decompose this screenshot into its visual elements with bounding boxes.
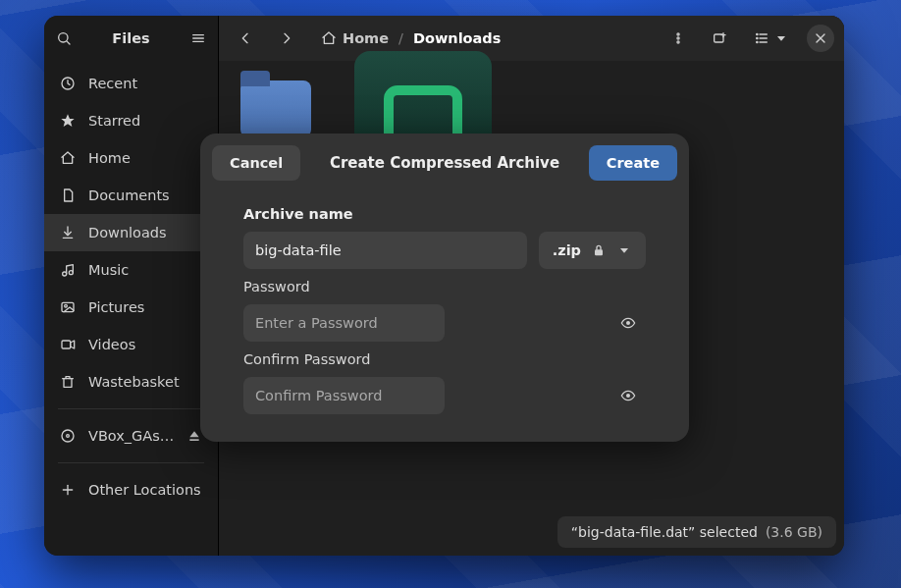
- password-label: Password: [243, 279, 646, 294]
- svg-point-21: [677, 37, 679, 39]
- picture-icon: [60, 299, 76, 315]
- svg-rect-35: [595, 249, 603, 255]
- svg-marker-32: [777, 36, 785, 41]
- breadcrumb-label: Home: [343, 30, 389, 46]
- close-icon: [813, 30, 828, 46]
- chevron-left-icon: [238, 30, 253, 46]
- search-icon[interactable]: [56, 30, 72, 46]
- svg-point-30: [757, 37, 758, 38]
- create-archive-dialog: Cancel Create Compressed Archive Create …: [200, 134, 689, 442]
- chevron-right-icon: [279, 30, 294, 46]
- sidebar-item-label: Videos: [88, 337, 135, 352]
- sidebar-item-trash[interactable]: Wastebasket: [44, 363, 218, 401]
- svg-point-22: [677, 41, 679, 43]
- cancel-button[interactable]: Cancel: [212, 145, 300, 181]
- svg-marker-36: [620, 248, 628, 253]
- kebab-icon: [670, 30, 686, 46]
- confirm-password-input[interactable]: [243, 377, 445, 414]
- music-icon: [60, 262, 76, 278]
- plus-icon: [60, 482, 76, 498]
- sidebar-divider: [58, 462, 204, 463]
- sidebar-item-label: Downloads: [88, 225, 167, 241]
- archive-name-label: Archive name: [243, 206, 646, 222]
- sidebar-item-label: Wastebasket: [88, 374, 180, 390]
- star-icon: [60, 113, 76, 129]
- archive-name-input[interactable]: [243, 232, 527, 269]
- breadcrumb-current[interactable]: Downloads: [413, 30, 501, 46]
- dialog-body: Archive name .zip Password Confirm Passw…: [200, 194, 689, 442]
- breadcrumb[interactable]: Home / Downloads: [311, 22, 654, 55]
- view-options-button[interactable]: [744, 22, 799, 55]
- home-icon: [321, 30, 337, 46]
- svg-rect-12: [62, 341, 71, 348]
- eye-icon[interactable]: [620, 315, 636, 331]
- new-tab-button[interactable]: [703, 22, 736, 55]
- dialog-title: Create Compressed Archive: [300, 154, 589, 172]
- sidebar-item-videos[interactable]: Videos: [44, 326, 218, 363]
- svg-point-0: [59, 33, 68, 42]
- breadcrumb-label: Downloads: [413, 30, 501, 46]
- trash-icon: [60, 374, 76, 390]
- sidebar: Files Recent Starred Home Documents: [44, 16, 219, 556]
- back-button[interactable]: [229, 22, 262, 55]
- chevron-down-icon: [616, 242, 632, 258]
- extension-value: .zip: [553, 242, 581, 258]
- download-icon: [60, 225, 76, 241]
- sidebar-item-music[interactable]: Music: [44, 251, 218, 289]
- sidebar-item-label: Music: [88, 262, 129, 278]
- home-icon: [60, 150, 76, 166]
- dialog-header: Cancel Create Compressed Archive Create: [200, 134, 689, 194]
- svg-rect-17: [190, 439, 199, 441]
- svg-rect-10: [62, 302, 74, 311]
- sidebar-item-label: Other Locations: [88, 482, 201, 498]
- sidebar-item-recent[interactable]: Recent: [44, 65, 218, 102]
- svg-line-1: [67, 41, 70, 44]
- confirm-password-label: Confirm Password: [243, 351, 646, 367]
- breadcrumb-home[interactable]: Home /: [321, 30, 407, 46]
- forward-button[interactable]: [270, 22, 303, 55]
- chevron-down-icon: [773, 30, 789, 46]
- app-title: Files: [112, 30, 149, 46]
- folder-item[interactable]: [240, 80, 311, 137]
- svg-point-29: [757, 33, 758, 34]
- sidebar-item-label: Recent: [88, 76, 137, 91]
- svg-marker-6: [61, 114, 74, 127]
- sidebar-item-other-locations[interactable]: Other Locations: [44, 471, 218, 508]
- svg-point-20: [677, 33, 679, 35]
- password-input[interactable]: [243, 304, 445, 342]
- status-size: (3.6 GB): [766, 524, 822, 540]
- sidebar-list: Recent Starred Home Documents Downloads …: [44, 61, 218, 556]
- breadcrumb-separator: /: [398, 30, 403, 46]
- lock-icon: [591, 242, 607, 258]
- video-icon: [60, 337, 76, 352]
- svg-point-37: [626, 321, 630, 325]
- extension-dropdown[interactable]: .zip: [539, 232, 646, 269]
- sidebar-divider: [58, 408, 204, 409]
- eye-icon[interactable]: [620, 388, 636, 403]
- sidebar-item-documents[interactable]: Documents: [44, 177, 218, 214]
- create-button[interactable]: Create: [589, 145, 677, 181]
- status-text: “big-data-file.dat” selected: [571, 524, 758, 540]
- svg-point-31: [757, 41, 758, 42]
- sidebar-item-vbox[interactable]: VBox_GAs…: [44, 417, 218, 454]
- clock-icon: [60, 76, 76, 91]
- sidebar-item-starred[interactable]: Starred: [44, 102, 218, 139]
- disc-icon: [60, 428, 76, 444]
- sidebar-item-label: Pictures: [88, 299, 144, 315]
- sidebar-item-label: Home: [88, 150, 131, 166]
- sidebar-item-pictures[interactable]: Pictures: [44, 289, 218, 326]
- document-icon: [60, 187, 76, 203]
- sidebar-item-downloads[interactable]: Downloads: [44, 214, 218, 251]
- sidebar-item-home[interactable]: Home: [44, 139, 218, 177]
- titlebar: Home / Downloads: [219, 16, 844, 61]
- svg-point-14: [62, 430, 74, 442]
- sidebar-item-label: Documents: [88, 187, 170, 203]
- sidebar-item-label: Starred: [88, 113, 140, 129]
- hamburger-icon[interactable]: [190, 30, 206, 46]
- folder-menu-button[interactable]: [662, 22, 695, 55]
- status-bar: “big-data-file.dat” selected (3.6 GB): [557, 516, 836, 548]
- list-icon: [754, 30, 769, 46]
- svg-marker-13: [71, 341, 75, 348]
- svg-point-15: [67, 435, 70, 438]
- close-window-button[interactable]: [807, 25, 834, 52]
